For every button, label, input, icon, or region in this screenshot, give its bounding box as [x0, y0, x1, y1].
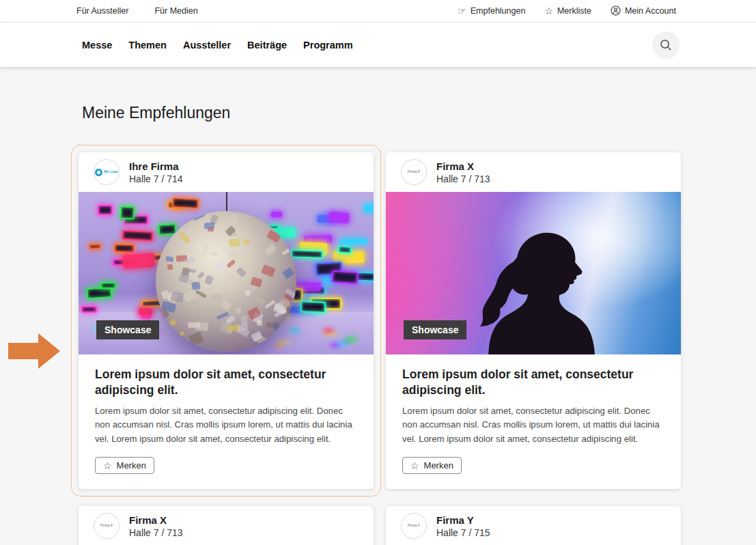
card-body: Lorem ipsum dolor sit amet, consectetur … — [79, 354, 374, 489]
card-header: Firma Y Firma Y Halle 7 / 715 — [386, 506, 681, 545]
company-name: Firma X — [129, 514, 183, 526]
logo-ring-icon — [95, 169, 102, 176]
company-logo: Firma Y — [401, 513, 427, 539]
user-circle-icon — [611, 5, 621, 17]
topbar-action-mein-account[interactable]: Mein Account — [611, 5, 676, 17]
recommendation-card-firma-y[interactable]: Firma Y Firma Y Halle 7 / 715 — [386, 506, 681, 545]
company-logo: Firma X — [401, 159, 427, 185]
topbar-links: Für Aussteller Für Medien — [76, 6, 198, 16]
nav-item-messe[interactable]: Messe — [82, 40, 112, 51]
topbar-actions: ☞ Empfehlungen ☆ Merkliste Mein Account — [458, 5, 676, 17]
collage-ball — [156, 211, 296, 352]
topbar-link-fuer-aussteller[interactable]: Für Aussteller — [76, 6, 128, 16]
showcase-badge: Showcase — [96, 320, 159, 339]
card-body: Lorem ipsum dolor sit amet, consectetur … — [386, 354, 681, 489]
main-nav-items: Messe Themen Aussteller Beiträge Program… — [82, 40, 652, 51]
showcase-badge: Showcase — [404, 320, 466, 339]
card-header: Firma X Firma X Halle 7 / 713 — [386, 152, 681, 192]
card-image-neon-collage-ball-room: Showcase — [79, 192, 374, 354]
merken-button-label: Merken — [424, 460, 453, 471]
star-icon: ☆ — [544, 6, 553, 16]
pointing-hand-icon: ☞ — [458, 6, 466, 16]
card-title[interactable]: Lorem ipsum dolor sit amet, consectetur … — [95, 367, 336, 398]
search-icon — [659, 38, 673, 52]
topbar-action-label: Mein Account — [625, 6, 676, 16]
nav-item-programm[interactable]: Programm — [303, 40, 353, 51]
topbar-action-label: Merkliste — [557, 6, 591, 16]
page-title: Meine Empfehlungen — [82, 104, 756, 122]
card-title[interactable]: Lorem ipsum dolor sit amet, consectetur … — [402, 367, 643, 398]
logo-placeholder-text: My Logo — [104, 170, 118, 174]
company-hall: Halle 7 / 714 — [129, 173, 183, 184]
recommendation-card-ihre-firma[interactable]: My Logo Ihre Firma Halle 7 / 714 Showcas… — [79, 152, 374, 489]
topbar-link-fuer-medien[interactable]: Für Medien — [154, 6, 197, 16]
company-name: Ihre Firma — [129, 160, 183, 172]
logo-placeholder-text: Firma X — [100, 524, 113, 528]
card-header: My Logo Ihre Firma Halle 7 / 714 — [79, 152, 374, 192]
company-name: Firma X — [436, 160, 490, 172]
merken-button[interactable]: ☆ Merken — [95, 457, 154, 474]
company-logo: Firma X — [94, 513, 120, 539]
star-icon: ☆ — [103, 461, 112, 471]
recommendation-card-firma-x[interactable]: Firma X Firma X Halle 7 / 713 Showcase L… — [386, 152, 681, 489]
nav-item-aussteller[interactable]: Aussteller — [183, 40, 231, 51]
recommendation-cards-grid: My Logo Ihre Firma Halle 7 / 714 Showcas… — [79, 152, 681, 545]
card-header: Firma X Firma X Halle 7 / 713 — [79, 506, 374, 545]
card-image-woman-silhouette: Showcase — [386, 192, 681, 354]
logo-placeholder-text: Firma X — [408, 170, 420, 174]
main-navbar: Messe Themen Aussteller Beiträge Program… — [0, 23, 756, 67]
nav-item-themen[interactable]: Themen — [128, 40, 167, 51]
company-hall: Halle 7 / 713 — [436, 173, 490, 184]
topbar-action-empfehlungen[interactable]: ☞ Empfehlungen — [458, 6, 525, 16]
merken-button[interactable]: ☆ Merken — [402, 457, 462, 474]
company-hall: Halle 7 / 713 — [129, 527, 183, 538]
utility-topbar: Für Aussteller Für Medien ☞ Empfehlungen… — [0, 0, 756, 23]
nav-item-beitraege[interactable]: Beiträge — [247, 40, 287, 51]
company-hall: Halle 7 / 715 — [436, 527, 490, 538]
card-description: Lorem ipsum dolor sit amet, consectetur … — [95, 404, 357, 447]
company-name: Firma Y — [436, 514, 490, 526]
logo-placeholder-text: Firma Y — [408, 524, 420, 528]
company-logo: My Logo — [94, 159, 120, 185]
recommendations-page: Meine Empfehlungen My Logo Ihre Firma Ha… — [0, 67, 756, 545]
merken-button-label: Merken — [117, 460, 146, 471]
search-button[interactable] — [652, 31, 680, 59]
orange-pointer-arrow-icon — [8, 333, 60, 372]
card-description: Lorem ipsum dolor sit amet, consectetur … — [402, 404, 664, 447]
topbar-action-merkliste[interactable]: ☆ Merkliste — [544, 6, 591, 16]
topbar-action-label: Empfehlungen — [471, 6, 526, 16]
recommendation-card-firma-x-2[interactable]: Firma X Firma X Halle 7 / 713 — [79, 506, 374, 545]
star-icon: ☆ — [410, 461, 419, 471]
